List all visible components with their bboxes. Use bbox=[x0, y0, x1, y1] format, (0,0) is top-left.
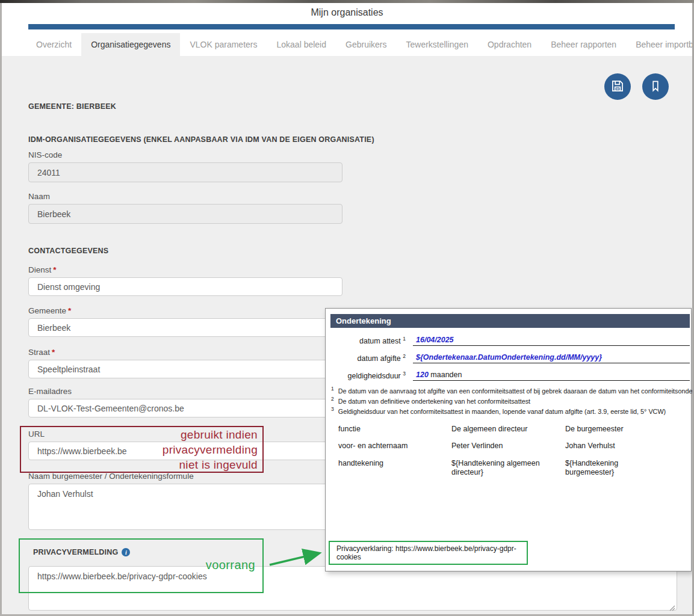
attest-value-datum-attest: 16/04/2025 bbox=[416, 336, 454, 344]
green-annotation-box-privacyverklaring: Privacyverklaring: https://www.bierbeek.… bbox=[329, 541, 528, 565]
attest-row-geldigheidsduur: geldigheidsduur 3 120 maanden bbox=[326, 371, 691, 380]
attest-row-datum-afgifte: datum afgifte 2 ${Ondertekenaar.DatumOnd… bbox=[326, 353, 691, 363]
required-asterisk: * bbox=[68, 306, 71, 315]
section-heading-privacyvermelding: PRIVACYVERMELDING i bbox=[33, 548, 130, 556]
url-label: URL bbox=[28, 430, 342, 439]
burgemeester-textarea[interactable]: Johan Verhulst bbox=[28, 484, 342, 530]
dienst-input[interactable] bbox=[28, 277, 342, 296]
field-dienst: Dienst* bbox=[28, 265, 342, 296]
bookmark-button[interactable] bbox=[642, 73, 669, 100]
naam-label: Naam bbox=[28, 192, 342, 201]
tab-vlok-parameters[interactable]: VLOK parameters bbox=[180, 33, 267, 56]
tab-opdrachten[interactable]: Opdrachten bbox=[478, 33, 541, 56]
emailadres-input[interactable] bbox=[28, 399, 342, 417]
field-privacyvermelding: https://www.bierbeek.be/privacy-gdpr-coo… bbox=[28, 566, 677, 611]
attest-value-datum-afgifte: ${Ondertekenaar.DatumOndertekening.dd/MM… bbox=[416, 353, 602, 362]
attest-document-preview: Ondertekening datum attest 1 16/04/2025 … bbox=[325, 308, 692, 571]
gemeente-input[interactable] bbox=[28, 318, 342, 337]
required-asterisk: * bbox=[53, 265, 56, 274]
attest-value-geldigheidsduur: 120 maanden bbox=[416, 371, 462, 379]
attest-underline bbox=[413, 363, 690, 363]
field-emailadres: E-mailadres bbox=[28, 387, 342, 417]
page-title: Mijn organisaties bbox=[0, 7, 694, 18]
url-input[interactable] bbox=[28, 442, 342, 460]
nis-code-label: NIS-code bbox=[28, 150, 342, 159]
tab-organisatiegegevens[interactable]: Organisatiegegevens bbox=[81, 33, 180, 56]
straat-input[interactable] bbox=[28, 360, 342, 378]
accent-bar bbox=[28, 24, 675, 29]
field-naam: Naam bbox=[28, 192, 342, 224]
privacyvermelding-textarea[interactable]: https://www.bierbeek.be/privacy-gdpr-coo… bbox=[28, 566, 677, 611]
required-asterisk: * bbox=[52, 348, 55, 357]
app-window: Mijn organisaties Overzicht Organisatieg… bbox=[0, 0, 694, 616]
dienst-label: Dienst* bbox=[28, 265, 342, 274]
field-url: URL bbox=[28, 430, 342, 460]
tab-beheer-importbestanden[interactable]: Beheer importbestanden bbox=[626, 33, 694, 56]
gemeente-label: Gemeente* bbox=[28, 306, 342, 315]
attest-underline bbox=[413, 380, 690, 381]
field-gemeente: Gemeente* bbox=[28, 306, 342, 337]
tab-overzicht[interactable]: Overzicht bbox=[26, 33, 81, 56]
straat-label: Straat* bbox=[28, 348, 342, 357]
tab-tewerkstellingen[interactable]: Tewerkstellingen bbox=[396, 33, 478, 56]
window-left-edge bbox=[0, 3, 2, 616]
field-nis-code: NIS-code bbox=[28, 150, 342, 182]
field-burgemeester: Naam burgemeester / Ondertekeningsformul… bbox=[28, 472, 342, 532]
save-floppy-icon bbox=[610, 78, 625, 96]
tab-bar: Overzicht Organisatiegegevens VLOK param… bbox=[26, 33, 694, 56]
tab-beheer-rapporten[interactable]: Beheer rapporten bbox=[541, 33, 626, 56]
section-heading-idm: IDM-ORGANISATIEGEGEVENS (ENKEL AANPASBAA… bbox=[28, 135, 374, 144]
tab-lokaal-beleid[interactable]: Lokaal beleid bbox=[267, 33, 336, 56]
textarea-resize-handle[interactable] bbox=[669, 603, 675, 609]
attest-row-datum-attest: datum attest 1 16/04/2025 bbox=[326, 336, 691, 345]
attest-footnote-1: 1De datum van de aanvraag tot afgifte va… bbox=[331, 386, 690, 395]
attest-section-header: Ondertekening bbox=[330, 314, 690, 328]
field-straat: Straat* bbox=[28, 348, 342, 378]
emailadres-label: E-mailadres bbox=[28, 387, 342, 396]
section-heading-gemeente: GEMEENTE: BIERBEEK bbox=[28, 102, 116, 111]
tab-gebruikers[interactable]: Gebruikers bbox=[336, 33, 396, 56]
info-icon[interactable]: i bbox=[122, 548, 130, 556]
attest-footnote-3: 3Geldigheidsduur van het conformiteitsat… bbox=[331, 406, 690, 415]
privacyverklaring-line: Privacyverklaring: https://www.bierbeek.… bbox=[336, 544, 527, 561]
nis-code-input bbox=[28, 162, 342, 182]
window-top-edge bbox=[0, 0, 694, 3]
attest-underline bbox=[413, 345, 690, 346]
attest-footnote-2: 2De datum van definitieve ondertekening … bbox=[331, 396, 690, 405]
bookmark-icon bbox=[648, 78, 663, 96]
naam-input bbox=[28, 204, 342, 224]
burgemeester-label: Naam burgemeester / Ondertekeningsformul… bbox=[28, 472, 342, 481]
save-button[interactable] bbox=[604, 73, 631, 100]
section-heading-contact: CONTACTGEGEVENS bbox=[28, 247, 108, 255]
